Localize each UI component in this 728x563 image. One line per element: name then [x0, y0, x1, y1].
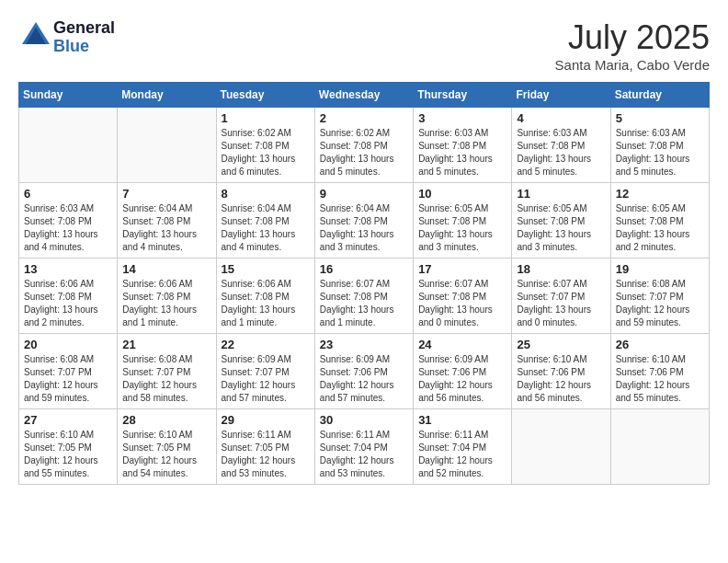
calendar-cell: 21Sunrise: 6:08 AM Sunset: 7:07 PM Dayli… — [118, 334, 216, 409]
day-number: 31 — [418, 413, 506, 427]
day-info: Sunrise: 6:04 AM Sunset: 7:08 PM Dayligh… — [320, 202, 408, 254]
day-number: 25 — [517, 338, 605, 351]
day-info: Sunrise: 6:02 AM Sunset: 7:08 PM Dayligh… — [320, 127, 408, 178]
logo-general-text: General — [53, 19, 115, 38]
day-info: Sunrise: 6:07 AM Sunset: 7:08 PM Dayligh… — [320, 278, 408, 329]
day-info: Sunrise: 6:06 AM Sunset: 7:08 PM Dayligh… — [222, 278, 310, 329]
day-info: Sunrise: 6:05 AM Sunset: 7:08 PM Dayligh… — [616, 202, 704, 254]
calendar-cell: 4Sunrise: 6:03 AM Sunset: 7:08 PM Daylig… — [512, 108, 610, 183]
day-number: 16 — [320, 262, 408, 276]
logo: General Blue — [18, 18, 115, 57]
day-info: Sunrise: 6:07 AM Sunset: 7:08 PM Dayligh… — [418, 278, 506, 329]
day-number: 28 — [122, 413, 210, 427]
day-info: Sunrise: 6:09 AM Sunset: 7:06 PM Dayligh… — [418, 353, 506, 405]
calendar-cell — [118, 108, 216, 183]
day-number: 27 — [24, 413, 112, 427]
day-number: 9 — [320, 187, 408, 201]
day-number: 10 — [418, 187, 506, 201]
day-number: 23 — [320, 338, 408, 351]
weekday-header: Sunday — [19, 83, 118, 108]
calendar-cell: 31Sunrise: 6:11 AM Sunset: 7:04 PM Dayli… — [414, 409, 512, 485]
weekday-header: Thursday — [414, 83, 512, 108]
day-number: 20 — [24, 338, 112, 351]
day-number: 18 — [517, 262, 605, 276]
day-info: Sunrise: 6:04 AM Sunset: 7:08 PM Dayligh… — [122, 202, 210, 254]
logo-icon — [18, 18, 53, 53]
calendar-week-row: 1Sunrise: 6:02 AM Sunset: 7:08 PM Daylig… — [19, 108, 710, 183]
day-info: Sunrise: 6:03 AM Sunset: 7:08 PM Dayligh… — [616, 127, 704, 178]
calendar-cell — [512, 409, 610, 485]
day-number: 17 — [418, 262, 506, 276]
calendar-cell — [610, 409, 709, 485]
day-info: Sunrise: 6:11 AM Sunset: 7:05 PM Dayligh… — [222, 429, 310, 480]
calendar-cell: 7Sunrise: 6:04 AM Sunset: 7:08 PM Daylig… — [118, 183, 216, 259]
day-info: Sunrise: 6:10 AM Sunset: 7:06 PM Dayligh… — [616, 353, 704, 405]
day-info: Sunrise: 6:10 AM Sunset: 7:06 PM Dayligh… — [517, 353, 605, 405]
calendar-cell: 30Sunrise: 6:11 AM Sunset: 7:04 PM Dayli… — [314, 409, 413, 485]
calendar-cell: 29Sunrise: 6:11 AM Sunset: 7:05 PM Dayli… — [216, 409, 314, 485]
calendar-cell: 11Sunrise: 6:05 AM Sunset: 7:08 PM Dayli… — [512, 183, 610, 259]
day-info: Sunrise: 6:09 AM Sunset: 7:06 PM Dayligh… — [320, 353, 408, 405]
day-info: Sunrise: 6:08 AM Sunset: 7:07 PM Dayligh… — [616, 278, 704, 329]
day-number: 30 — [320, 413, 408, 427]
calendar-week-row: 6Sunrise: 6:03 AM Sunset: 7:08 PM Daylig… — [19, 183, 710, 259]
day-info: Sunrise: 6:05 AM Sunset: 7:08 PM Dayligh… — [418, 202, 506, 254]
day-info: Sunrise: 6:03 AM Sunset: 7:08 PM Dayligh… — [24, 202, 112, 254]
day-info: Sunrise: 6:11 AM Sunset: 7:04 PM Dayligh… — [320, 429, 408, 480]
calendar-cell: 28Sunrise: 6:10 AM Sunset: 7:05 PM Dayli… — [118, 409, 216, 485]
page-header: General Blue July 2025 Santa Maria, Cabo… — [18, 18, 710, 73]
calendar-cell: 3Sunrise: 6:03 AM Sunset: 7:08 PM Daylig… — [414, 108, 512, 183]
calendar-cell: 14Sunrise: 6:06 AM Sunset: 7:08 PM Dayli… — [118, 259, 216, 334]
day-info: Sunrise: 6:08 AM Sunset: 7:07 PM Dayligh… — [24, 353, 112, 405]
calendar-cell: 9Sunrise: 6:04 AM Sunset: 7:08 PM Daylig… — [314, 183, 413, 259]
day-number: 7 — [122, 187, 210, 201]
day-info: Sunrise: 6:03 AM Sunset: 7:08 PM Dayligh… — [517, 127, 605, 178]
logo-name: General Blue — [53, 19, 115, 56]
calendar-cell: 15Sunrise: 6:06 AM Sunset: 7:08 PM Dayli… — [216, 259, 314, 334]
calendar-cell: 27Sunrise: 6:10 AM Sunset: 7:05 PM Dayli… — [19, 409, 118, 485]
calendar-cell: 17Sunrise: 6:07 AM Sunset: 7:08 PM Dayli… — [414, 259, 512, 334]
calendar-table: SundayMondayTuesdayWednesdayThursdayFrid… — [18, 82, 710, 485]
calendar-cell: 25Sunrise: 6:10 AM Sunset: 7:06 PM Dayli… — [512, 334, 610, 409]
calendar-cell: 1Sunrise: 6:02 AM Sunset: 7:08 PM Daylig… — [216, 108, 314, 183]
day-info: Sunrise: 6:04 AM Sunset: 7:08 PM Dayligh… — [222, 202, 310, 254]
day-info: Sunrise: 6:08 AM Sunset: 7:07 PM Dayligh… — [122, 353, 210, 405]
day-info: Sunrise: 6:05 AM Sunset: 7:08 PM Dayligh… — [517, 202, 605, 254]
calendar-week-row: 13Sunrise: 6:06 AM Sunset: 7:08 PM Dayli… — [19, 259, 710, 334]
calendar-cell: 16Sunrise: 6:07 AM Sunset: 7:08 PM Dayli… — [314, 259, 413, 334]
calendar-cell: 13Sunrise: 6:06 AM Sunset: 7:08 PM Dayli… — [19, 259, 118, 334]
day-number: 26 — [616, 338, 704, 351]
day-number: 2 — [320, 111, 408, 125]
calendar-cell: 10Sunrise: 6:05 AM Sunset: 7:08 PM Dayli… — [414, 183, 512, 259]
day-number: 22 — [222, 338, 310, 351]
day-info: Sunrise: 6:02 AM Sunset: 7:08 PM Dayligh… — [222, 127, 310, 178]
day-number: 24 — [418, 338, 506, 351]
calendar-cell: 12Sunrise: 6:05 AM Sunset: 7:08 PM Dayli… — [610, 183, 709, 259]
weekday-header: Monday — [118, 83, 216, 108]
day-number: 3 — [418, 111, 506, 125]
calendar-cell: 19Sunrise: 6:08 AM Sunset: 7:07 PM Dayli… — [610, 259, 709, 334]
calendar-cell: 8Sunrise: 6:04 AM Sunset: 7:08 PM Daylig… — [216, 183, 314, 259]
weekday-header: Tuesday — [216, 83, 314, 108]
logo-blue-text: Blue — [53, 38, 115, 56]
month-title: July 2025 — [555, 18, 710, 57]
day-info: Sunrise: 6:10 AM Sunset: 7:05 PM Dayligh… — [122, 429, 210, 480]
day-number: 12 — [616, 187, 704, 201]
day-info: Sunrise: 6:07 AM Sunset: 7:07 PM Dayligh… — [517, 278, 605, 329]
calendar-cell — [19, 108, 118, 183]
day-info: Sunrise: 6:11 AM Sunset: 7:04 PM Dayligh… — [418, 429, 506, 480]
day-number: 1 — [222, 111, 310, 125]
day-number: 11 — [517, 187, 605, 201]
day-number: 4 — [517, 111, 605, 125]
day-info: Sunrise: 6:09 AM Sunset: 7:07 PM Dayligh… — [222, 353, 310, 405]
day-number: 15 — [222, 262, 310, 276]
calendar-week-row: 20Sunrise: 6:08 AM Sunset: 7:07 PM Dayli… — [19, 334, 710, 409]
day-info: Sunrise: 6:03 AM Sunset: 7:08 PM Dayligh… — [418, 127, 506, 178]
calendar-cell: 20Sunrise: 6:08 AM Sunset: 7:07 PM Dayli… — [19, 334, 118, 409]
day-number: 21 — [122, 338, 210, 351]
title-block: July 2025 Santa Maria, Cabo Verde — [555, 18, 710, 73]
calendar-cell: 2Sunrise: 6:02 AM Sunset: 7:08 PM Daylig… — [314, 108, 413, 183]
day-number: 6 — [24, 187, 112, 201]
day-number: 13 — [24, 262, 112, 276]
calendar-cell: 6Sunrise: 6:03 AM Sunset: 7:08 PM Daylig… — [19, 183, 118, 259]
